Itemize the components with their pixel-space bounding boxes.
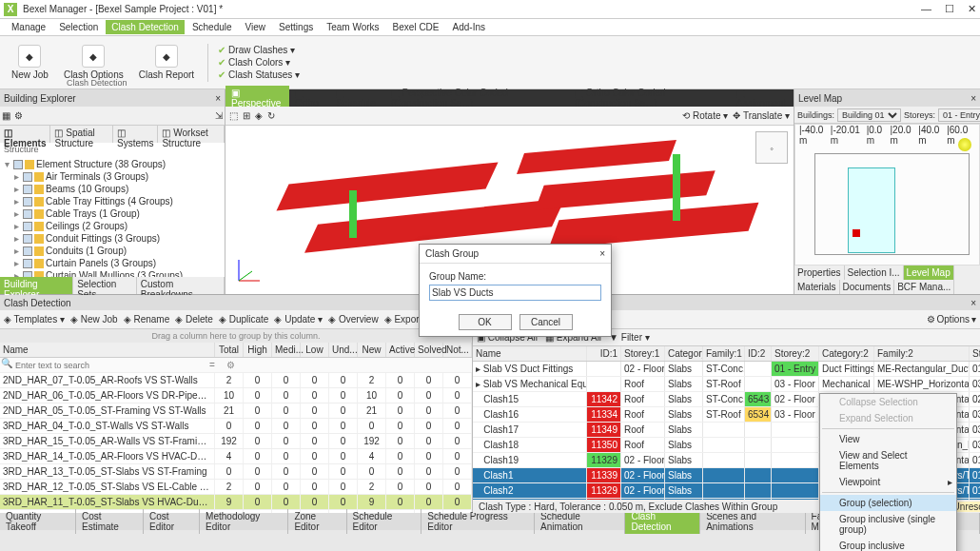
ok-button[interactable]: OK bbox=[459, 314, 512, 330]
bottom-tab[interactable]: Cost Estimate bbox=[76, 509, 144, 534]
clash-job-row[interactable]: 3RD_HAR_11_T-0.05_ST-Slabs VS HVAC-Ducts… bbox=[0, 495, 472, 510]
column-header[interactable]: ID:2 bbox=[745, 346, 772, 361]
tool-icon[interactable]: ◈ bbox=[255, 110, 263, 121]
tree-item[interactable]: ▸Conduits (1 Group) bbox=[2, 245, 223, 257]
panel-close-icon[interactable]: × bbox=[970, 93, 976, 104]
toolbar-icon[interactable]: ⇲ bbox=[215, 110, 223, 121]
view-cube[interactable]: ⬦ bbox=[755, 131, 788, 164]
ctx-viewpoint[interactable]: Viewpoint bbox=[820, 474, 956, 490]
column-header[interactable]: Not... bbox=[443, 343, 472, 357]
group-name-input[interactable] bbox=[429, 285, 601, 301]
tree-root[interactable]: ▾Element Structure (38 Groups) bbox=[2, 158, 223, 170]
update-button[interactable]: ◈ Update ▾ bbox=[274, 314, 323, 325]
minimize-button[interactable]: — bbox=[921, 3, 931, 15]
column-header[interactable]: Category:2 bbox=[819, 346, 874, 361]
close-button[interactable]: ✕ bbox=[968, 3, 976, 15]
toolbar-icon[interactable]: ▦ bbox=[2, 110, 10, 121]
tool-icon[interactable]: ↻ bbox=[267, 110, 275, 121]
explorer-tab[interactable]: ◫ Spatial Structure bbox=[50, 126, 113, 143]
bottom-tab[interactable]: Methodology Editor bbox=[200, 509, 288, 534]
tree-item[interactable]: ▸Conduit Fittings (3 Groups) bbox=[2, 232, 223, 245]
menu-schedule[interactable]: Schedule bbox=[186, 20, 238, 34]
levelmap-tab[interactable]: Materials bbox=[794, 280, 840, 294]
tree-item[interactable]: ▸Cable Tray Fittings (4 Groups) bbox=[2, 195, 223, 207]
column-header[interactable]: Total bbox=[215, 343, 244, 357]
duplicate-button[interactable]: ◈ Duplicate bbox=[219, 314, 268, 325]
ctx-group-selection-[interactable]: Group (selection) bbox=[820, 495, 956, 511]
explorer-tab[interactable]: ◫ Workset Structure bbox=[158, 126, 225, 143]
levelmap-tab[interactable]: Properties bbox=[794, 266, 845, 280]
column-header[interactable]: Category:1 bbox=[665, 346, 703, 361]
column-header[interactable]: ID:1 bbox=[587, 346, 621, 361]
levelmap-tab[interactable]: Documents bbox=[840, 280, 895, 294]
tool-icon[interactable]: ⊞ bbox=[243, 110, 250, 121]
menu-bexel-cde[interactable]: Bexel CDE bbox=[387, 20, 445, 34]
clash-statuses-toggle[interactable]: ✔ Clash Statuses ▾ bbox=[218, 69, 300, 80]
menu-settings[interactable]: Settings bbox=[273, 20, 319, 34]
filter-button[interactable]: ▼ Filter ▾ bbox=[609, 332, 650, 343]
options-button[interactable]: ⚙ Options ▾ bbox=[927, 314, 976, 325]
clash-job-row[interactable]: 3RD_HAR_12_T-0.05_ST-Slabs VS EL-Cable t… bbox=[0, 480, 472, 495]
maximize-button[interactable]: ☐ bbox=[945, 3, 954, 15]
menu-selection[interactable]: Selection bbox=[53, 20, 104, 34]
draw-clashes-toggle[interactable]: ✔ Draw Clashes ▾ bbox=[218, 45, 300, 55]
tree-item[interactable]: ▸Beams (10 Groups) bbox=[2, 183, 223, 195]
new-job-button[interactable]: ◆New Job bbox=[8, 43, 52, 82]
clash-job-row[interactable]: 2ND_HAR_07_T-0.05_AR-Roofs VS ST-Walls20… bbox=[0, 373, 472, 388]
panel-close-icon[interactable]: × bbox=[970, 298, 976, 308]
explorer-bottom-tab[interactable]: Building Explorer bbox=[0, 277, 73, 294]
tree-item[interactable]: ▸Curtain Wall Mullions (3 Groups) bbox=[2, 269, 223, 277]
ctx-expand-selection[interactable]: Expand Selection bbox=[820, 410, 956, 426]
panel-close-icon[interactable]: × bbox=[215, 93, 221, 104]
bottom-tab[interactable]: Zone Editor bbox=[288, 509, 346, 534]
cancel-button[interactable]: Cancel bbox=[519, 314, 573, 330]
column-header[interactable]: Storey bbox=[970, 346, 980, 361]
explorer-bottom-tab[interactable]: Custom Breakdowns bbox=[137, 277, 225, 294]
clash-job-row[interactable]: 3RD_HAR_13_T-0.05_ST-Slabs VS ST-Framing… bbox=[0, 464, 472, 480]
column-header[interactable]: Low bbox=[301, 343, 329, 357]
column-header[interactable]: Storey:2 bbox=[772, 346, 819, 361]
overview-button[interactable]: ◈ Overview bbox=[328, 314, 378, 325]
tree-item[interactable]: ▸Air Terminals (3 Groups) bbox=[2, 170, 223, 183]
level-map-canvas[interactable]: |-40.0 m|-20.01 m|0.0 m|20.0 m|40.0 m|60… bbox=[794, 124, 980, 266]
clash-job-row[interactable]: 2ND_HAR_06_T-0.05_AR-Floors VS DR-Pipes/… bbox=[0, 388, 472, 403]
levelmap-tab[interactable]: BCF Mana... bbox=[894, 280, 954, 294]
column-header[interactable]: Medi... bbox=[272, 343, 301, 357]
filter-equals-icon[interactable]: = bbox=[204, 358, 221, 372]
clash-job-row[interactable]: 3RD_HAR_04_T-0.0_ST-Walls VS ST-Walls000… bbox=[0, 419, 472, 434]
clash-group-row[interactable]: ▸ Slab VS Mechanical EquipmentRoofSlabsS… bbox=[473, 377, 980, 392]
column-header[interactable]: Storey:1 bbox=[621, 346, 665, 361]
ctx-collapse-selection[interactable]: Collapse Selection bbox=[820, 394, 956, 410]
search-input[interactable] bbox=[13, 358, 204, 372]
delete-button[interactable]: ◈ Delete bbox=[175, 314, 213, 325]
viewport-toolbar[interactable]: ⬚⊞◈↻ ⟲ Rotate ▾ ✥ Translate ▾ bbox=[225, 107, 794, 126]
ctx-view[interactable]: View bbox=[820, 431, 956, 447]
tool-icon[interactable]: ⬚ bbox=[229, 110, 238, 121]
column-header[interactable]: Family:1 bbox=[703, 346, 745, 361]
dialog-close-icon[interactable]: × bbox=[599, 248, 605, 259]
clash-job-row[interactable]: 2ND_HAR_05_T-0.05_ST-Framing VS ST-Walls… bbox=[0, 403, 472, 419]
rename-button[interactable]: ◈ Rename bbox=[124, 314, 170, 325]
column-header[interactable]: Solved bbox=[415, 343, 443, 357]
templates-button[interactable]: ◈ Templates ▾ bbox=[4, 314, 65, 325]
bottom-tab[interactable]: Cost Editor bbox=[144, 509, 200, 534]
storey-select[interactable]: 01 - Entry Leve bbox=[938, 108, 980, 122]
explorer-tab[interactable]: ◫ Elements bbox=[0, 126, 50, 143]
menu-view[interactable]: View bbox=[240, 20, 272, 34]
explorer-bottom-tab[interactable]: Selection Sets bbox=[73, 277, 137, 294]
clash-job-row[interactable]: 3RD_HAR_15_T-0.05_AR-Walls VS ST-Framing… bbox=[0, 434, 472, 449]
tree-item[interactable]: ▸Cable Trays (1 Group) bbox=[2, 207, 223, 220]
levelmap-tab[interactable]: Selection I... bbox=[845, 266, 904, 280]
clash-options-button[interactable]: ◆Clash Options bbox=[60, 43, 127, 82]
menu-add-ins[interactable]: Add-Ins bbox=[447, 20, 491, 34]
levelmap-tab[interactable]: Level Map bbox=[904, 266, 954, 280]
column-header[interactable]: High bbox=[244, 343, 272, 357]
bottom-tab[interactable]: Quantity Takeoff bbox=[0, 509, 76, 534]
column-header[interactable]: Active bbox=[386, 343, 415, 357]
ctx-group-inclusive-multiple-groups-[interactable]: Group inclusive (multiple groups) bbox=[820, 538, 956, 551]
new-job-button[interactable]: ◈ New Job bbox=[70, 314, 118, 325]
toolbar-icon[interactable]: ⚙ bbox=[14, 110, 23, 121]
menu-clash-detection[interactable]: Clash Detection bbox=[106, 20, 185, 34]
bottom-tab[interactable]: Schedule Editor bbox=[347, 509, 422, 534]
menu-manage[interactable]: Manage bbox=[6, 20, 51, 34]
